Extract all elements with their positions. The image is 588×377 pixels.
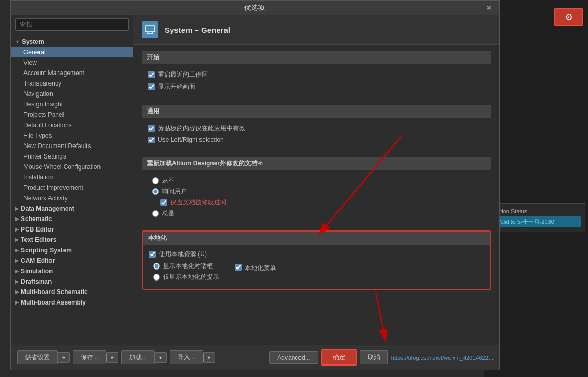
sidebar-item-default-locations[interactable]: Default Locations — [11, 120, 133, 130]
reopen-workspace-checkbox[interactable] — [148, 71, 155, 78]
section-reload-header: 重新加载Altium Designer外修改的文档% — [142, 157, 491, 170]
radio-never[interactable] — [152, 177, 159, 184]
sidebar-item-data-management[interactable]: ▶ Data Management — [11, 203, 133, 214]
left-right-selection-label: Use Left/Right selection — [158, 136, 224, 143]
section-general-header: 通用 — [142, 105, 491, 118]
search-input[interactable] — [15, 18, 129, 31]
sidebar-item-simulation[interactable]: ▶ Simulation — [11, 266, 133, 276]
close-button[interactable]: ✕ — [483, 3, 495, 13]
chevron-down-icon: ▼ — [61, 355, 66, 360]
import-button-group: 导入... ▼ — [170, 350, 215, 364]
save-button[interactable]: 保存... — [73, 350, 106, 364]
gear-button[interactable]: ⚙ — [554, 8, 583, 26]
dialog-titlebar: 优选项 ✕ — [11, 1, 499, 15]
ok-button[interactable]: 确定 — [321, 349, 357, 366]
checkbox-row-use-local: 使用本地资源 (U) — [149, 250, 484, 259]
import-button[interactable]: 导入... — [170, 350, 203, 364]
load-dropdown[interactable]: ▼ — [155, 352, 167, 363]
section-reload-body: 从不 询问用户 仅当文档被修改过时 总是 — [142, 174, 491, 222]
sidebar-item-navigation[interactable]: Navigation — [11, 89, 133, 99]
checkbox-row-left-right: Use Left/Right selection — [148, 136, 485, 143]
radio-row-show-dialogs: 显示本地化对话框 — [149, 262, 219, 271]
localization-options: 显示本地化对话框 仅显示本地化的提示 本地化菜单 — [149, 262, 484, 284]
dialog-footer: 缺省设置 ▼ 保存... ▼ 加载... ▼ 导入... ▼ — [11, 345, 499, 370]
sidebar-item-view[interactable]: View — [11, 57, 133, 68]
cancel-button[interactable]: 取消 — [360, 350, 388, 364]
main-content: System – General 开始 重启最近的工作区 显示开始画面 — [133, 15, 499, 345]
defaults-dropdown[interactable]: ▼ — [58, 352, 70, 363]
modified-only-label: 仅当文档被修改过时 — [170, 198, 227, 207]
save-dropdown[interactable]: ▼ — [106, 352, 118, 363]
section-general: 通用 剪贴板的内容仅在此应用中有效 Use Left/Right selecti… — [142, 105, 491, 149]
sidebar-item-printer-settings[interactable]: Printer Settings — [11, 151, 133, 162]
sidebar-item-schematic[interactable]: ▶ Schematic — [11, 214, 133, 224]
sidebar-item-general[interactable]: General — [11, 47, 133, 57]
sidebar-item-mouse-wheel[interactable]: Mouse Wheel Configuration — [11, 162, 133, 172]
dialog-body: ▼ System General View Account Management… — [11, 15, 499, 345]
sidebar-item-account-management[interactable]: Account Management — [11, 68, 133, 78]
sidebar-item-system[interactable]: ▼ System — [11, 37, 133, 47]
section-localization: 本地化 使用本地资源 (U) 显示本地化对话框 — [142, 230, 491, 290]
use-local-resources-checkbox[interactable] — [149, 251, 156, 258]
page-title: System – General — [165, 26, 230, 34]
clipboard-local-checkbox[interactable] — [148, 125, 155, 132]
localization-box: 本地化 使用本地资源 (U) 显示本地化对话框 — [142, 230, 491, 290]
localization-body: 使用本地资源 (U) 显示本地化对话框 — [149, 250, 484, 284]
chevron-right-icon: ▶ — [15, 279, 19, 284]
radio-ask[interactable] — [152, 188, 159, 195]
checkbox-row-show-start: 显示开始画面 — [148, 82, 485, 91]
section-general-body: 剪贴板的内容仅在此应用中有效 Use Left/Right selection — [142, 122, 491, 149]
radio-row-show-hints: 仅显示本地化的提示 — [149, 273, 219, 282]
dialog-title: 优选项 — [26, 3, 483, 13]
chevron-right-icon: ▶ — [15, 237, 19, 242]
radio-always[interactable] — [152, 210, 159, 217]
show-start-screen-checkbox[interactable] — [148, 83, 155, 90]
chevron-right-icon: ▶ — [15, 248, 19, 253]
modified-only-checkbox[interactable] — [160, 199, 167, 206]
sidebar-item-scripting-system[interactable]: ▶ Scripting System — [11, 245, 133, 256]
sidebar-item-projects-panel[interactable]: Projects Panel — [11, 110, 133, 120]
sidebar-item-pcb-editor[interactable]: ▶ PCB Editor — [11, 224, 133, 235]
defaults-button[interactable]: 缺省设置 — [17, 350, 58, 364]
checkbox-row-reopen: 重启最近的工作区 — [148, 70, 485, 79]
left-right-selection-checkbox[interactable] — [148, 137, 155, 143]
chevron-right-icon: ▶ — [15, 269, 19, 274]
chevron-right-icon: ▶ — [15, 258, 19, 263]
show-start-screen-label: 显示开始画面 — [158, 82, 195, 91]
chevron-right-icon: ▶ — [15, 227, 19, 232]
load-button[interactable]: 加载... — [121, 350, 155, 364]
sidebar-item-installation[interactable]: Installation — [11, 172, 133, 183]
localize-menu-checkbox[interactable] — [235, 264, 242, 271]
sidebar-tree: ▼ System General View Account Management… — [11, 34, 133, 345]
section-startup: 开始 重启最近的工作区 显示开始画面 — [142, 51, 491, 96]
sidebar-item-new-document-defaults[interactable]: New Document Defaults — [11, 141, 133, 151]
section-startup-header: 开始 — [142, 51, 491, 64]
sidebar-item-design-insight[interactable]: Design Insight — [11, 99, 133, 110]
import-dropdown[interactable]: ▼ — [203, 352, 215, 363]
content-body: 开始 重启最近的工作区 显示开始画面 通用 — [133, 45, 499, 305]
content-header: System – General — [133, 15, 499, 45]
chevron-down-icon: ▼ — [110, 355, 115, 360]
sidebar-item-draftsman[interactable]: ▶ Draftsman — [11, 276, 133, 287]
preferences-dialog: 优选项 ✕ ▼ System General View Account Mana… — [10, 0, 500, 370]
subscription-value: Valid to 5-十一月-2030 — [494, 216, 581, 227]
radio-show-hints[interactable] — [153, 274, 160, 281]
sidebar-item-multi-board-assembly[interactable]: ▶ Multi-board Assembly — [11, 297, 133, 308]
radio-show-hints-label: 仅显示本地化的提示 — [163, 273, 219, 282]
advanced-button[interactable]: Advanced... — [269, 351, 318, 364]
sidebar-item-file-types[interactable]: File Types — [11, 130, 133, 141]
sidebar-item-product-improvement[interactable]: Product Improvement — [11, 183, 133, 193]
monitor-icon — [144, 24, 156, 35]
sidebar-item-text-editors[interactable]: ▶ Text Editors — [11, 235, 133, 245]
section-startup-body: 重启最近的工作区 显示开始画面 — [142, 68, 491, 96]
sidebar-item-multi-board-schematic[interactable]: ▶ Multi-board Schematic — [11, 287, 133, 297]
sidebar-item-transparency[interactable]: Transparency — [11, 78, 133, 89]
radio-ask-label: 询问用户 — [162, 187, 187, 196]
sidebar-item-cam-editor[interactable]: ▶ CAM Editor — [11, 256, 133, 266]
radio-always-label: 总是 — [162, 209, 174, 218]
radio-show-dialogs[interactable] — [153, 263, 160, 270]
footer-left: 缺省设置 ▼ 保存... ▼ 加载... ▼ 导入... ▼ — [17, 350, 215, 364]
sidebar-item-network-activity[interactable]: Network Activity — [11, 193, 133, 203]
radio-row-ask: 询问用户 — [148, 187, 485, 196]
subscription-area: ription Status Valid to 5-十一月-2030 — [489, 203, 585, 232]
